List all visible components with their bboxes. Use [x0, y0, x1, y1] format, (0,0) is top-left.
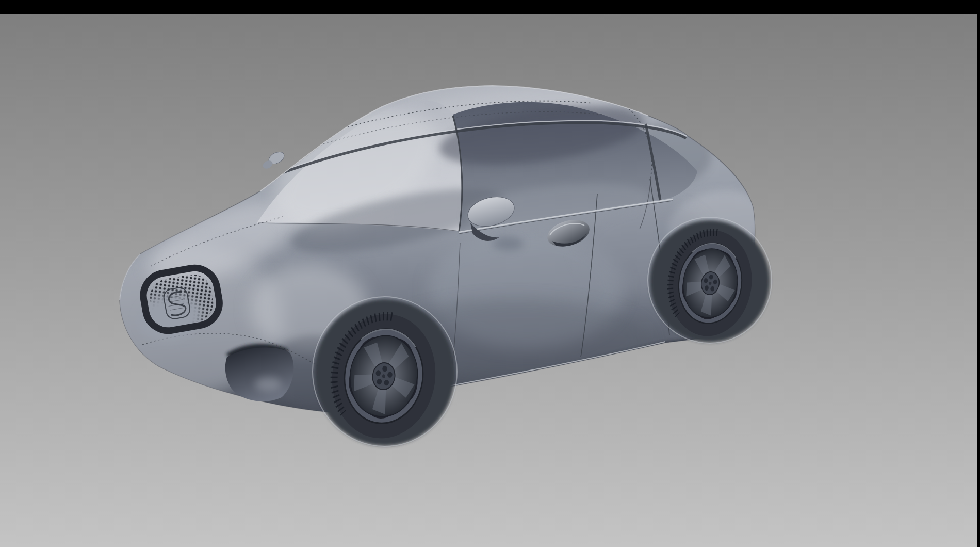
cowl-sensor-bump — [262, 150, 286, 170]
mirror-shadow — [493, 237, 524, 250]
car-model[interactable] — [0, 0, 980, 547]
right-black-strip — [977, 0, 980, 547]
viewport-3d[interactable] — [0, 14, 977, 547]
cad-window — [0, 0, 980, 547]
concept-car[interactable] — [88, 76, 772, 446]
top-black-bar — [0, 0, 980, 14]
